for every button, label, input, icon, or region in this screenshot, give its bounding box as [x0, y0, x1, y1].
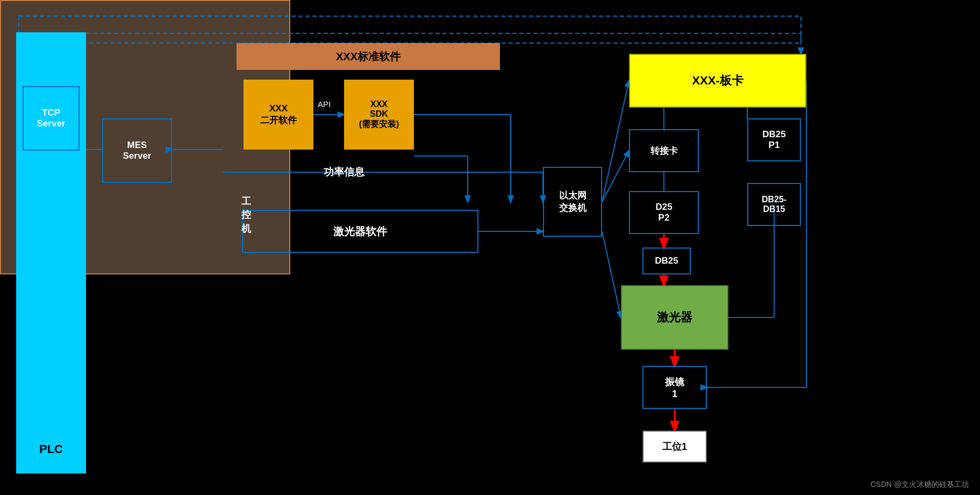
- arrows-svg: [0, 0, 980, 495]
- api-label: API: [318, 100, 331, 109]
- laser-software-box: 激光器软件: [242, 210, 478, 253]
- adapter-box: 转接卡: [629, 129, 699, 172]
- laser-label: 激光器: [657, 309, 692, 326]
- gkj-text: 工 控 机: [241, 195, 251, 236]
- svg-line-15: [602, 231, 621, 317]
- plc-label-text: PLC: [17, 442, 85, 456]
- laser-box: 激光器: [621, 285, 728, 350]
- watermark: CSDN @文火冰糖的硅基工坊: [870, 480, 969, 490]
- power-info-label: 功率信息: [290, 161, 398, 183]
- d25p2-label: D25 P2: [655, 202, 672, 223]
- switch-box: 以太网 交换机: [543, 167, 602, 237]
- station-box: 工位1: [642, 430, 707, 463]
- db25db15-box: DB25- DB15: [747, 183, 801, 226]
- db25-label-box: DB25: [642, 247, 691, 274]
- std-software-label: XXX标准软件: [336, 49, 400, 64]
- erkai-label: XXX 二开软件: [260, 103, 297, 126]
- board-box: XXX-板卡: [629, 54, 806, 108]
- mirror-box: 振镜 1: [642, 366, 707, 409]
- erkai-box: XXX 二开软件: [244, 80, 313, 150]
- db25p1-label: DB25 P1: [762, 129, 785, 151]
- laser-software-label: 激光器软件: [333, 224, 387, 239]
- mes-server-label: MES Server: [123, 140, 152, 161]
- mes-server-box: MES Server: [102, 118, 172, 183]
- board-label: XXX-板卡: [692, 73, 743, 89]
- sdk-box: XXX SDK (需要安装): [344, 80, 414, 150]
- d25p2-box: D25 P2: [629, 191, 699, 234]
- mirror-label: 振镜 1: [665, 376, 684, 400]
- std-software-bar: XXX标准软件: [237, 43, 500, 70]
- svg-line-14: [602, 81, 629, 202]
- db25-label: DB25: [655, 256, 678, 266]
- svg-rect-0: [19, 16, 801, 43]
- gkj-label: 工 控 机: [230, 178, 262, 253]
- db25p1-box: DB25 P1: [747, 118, 801, 161]
- diagram-container: PLC TCP Server MES Server XXX标准软件 XXX 二开…: [0, 0, 980, 495]
- db25db15-label: DB25- DB15: [762, 195, 786, 214]
- switch-label: 以太网 交换机: [559, 189, 586, 214]
- sdk-label: XXX SDK (需要安装): [359, 100, 399, 130]
- station-label: 工位1: [662, 440, 687, 453]
- adapter-label: 转接卡: [650, 145, 678, 157]
- tcp-server-box: TCP Server: [23, 86, 80, 151]
- tcp-server-label: TCP Server: [37, 108, 66, 129]
- svg-line-27: [602, 151, 629, 202]
